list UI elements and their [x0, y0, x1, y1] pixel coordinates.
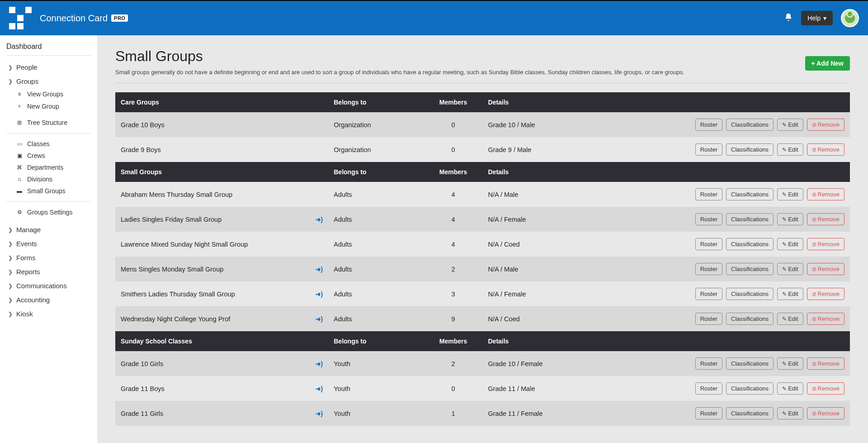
classifications-button[interactable]: Classifications: [726, 143, 774, 156]
nav-tree-structure[interactable]: ⊞Tree Structure: [6, 117, 91, 129]
classifications-button[interactable]: Classifications: [726, 407, 774, 419]
dashboard-link[interactable]: Dashboard: [6, 43, 91, 51]
edit-button[interactable]: ✎Edit: [777, 263, 803, 275]
edit-button[interactable]: ✎Edit: [777, 382, 803, 395]
nav-accounting[interactable]: ❯Accounting: [6, 293, 91, 307]
page-subtitle: Small groups generally do not have a def…: [115, 69, 684, 76]
classifications-button[interactable]: Classifications: [726, 188, 774, 200]
remove-button[interactable]: ⊘Remove: [807, 143, 844, 156]
roster-button[interactable]: Roster: [695, 313, 722, 325]
login-icon[interactable]: ➜): [316, 385, 323, 392]
row-name[interactable]: Grade 11 Boys: [115, 376, 307, 401]
roster-button[interactable]: Roster: [695, 238, 722, 250]
nav-events[interactable]: ❯Events: [6, 237, 91, 251]
roster-button[interactable]: Roster: [695, 288, 722, 300]
edit-icon: ✎: [782, 361, 787, 367]
remove-button[interactable]: ⊘Remove: [807, 213, 844, 225]
help-button[interactable]: Help ▾: [801, 11, 833, 25]
row-name[interactable]: Ladies Singles Friday Small Group: [115, 207, 307, 232]
remove-button[interactable]: ⊘Remove: [807, 188, 844, 200]
edit-button[interactable]: ✎Edit: [777, 357, 803, 370]
remove-button[interactable]: ⊘Remove: [807, 407, 844, 419]
row-name[interactable]: Grade 9 Boys: [115, 137, 307, 162]
edit-button[interactable]: ✎Edit: [777, 288, 803, 300]
edit-button[interactable]: ✎Edit: [777, 143, 803, 156]
edit-icon: ✎: [782, 241, 787, 248]
roster-button[interactable]: Roster: [695, 143, 722, 156]
nav-forms[interactable]: ❯Forms: [6, 251, 91, 265]
remove-button[interactable]: ⊘Remove: [807, 263, 844, 275]
login-icon[interactable]: ➜): [316, 360, 323, 367]
nav-classes[interactable]: ▭Classes: [6, 138, 91, 150]
roster-button[interactable]: Roster: [695, 213, 722, 225]
nav-communications[interactable]: ❯Communications: [6, 279, 91, 293]
classifications-button[interactable]: Classifications: [726, 382, 774, 395]
edit-button[interactable]: ✎Edit: [777, 238, 803, 250]
row-name[interactable]: Smithers Ladies Thursday Small Group: [115, 281, 307, 306]
remove-button[interactable]: ⊘Remove: [807, 357, 844, 370]
row-details: N/A / Coed: [483, 232, 608, 257]
nav-groups-settings[interactable]: ⚙Groups Settings: [6, 206, 91, 218]
edit-button[interactable]: ✎Edit: [777, 188, 803, 200]
login-icon[interactable]: ➜): [316, 291, 323, 298]
section-header: Care Groups: [115, 92, 328, 112]
tree-icon: ⊞: [16, 119, 23, 126]
edit-button[interactable]: ✎Edit: [777, 119, 803, 131]
classifications-button[interactable]: Classifications: [726, 357, 774, 370]
column-details: Details: [483, 162, 608, 182]
row-name[interactable]: Wednesday Night College Young Prof: [115, 306, 307, 331]
roster-button[interactable]: Roster: [695, 119, 722, 131]
remove-button[interactable]: ⊘Remove: [807, 238, 844, 250]
table-row: Grade 10 Boys Organization 0 Grade 10 / …: [115, 112, 850, 137]
nav-crews[interactable]: ▣Crews: [6, 150, 91, 162]
remove-icon: ⊘: [812, 216, 816, 223]
classifications-button[interactable]: Classifications: [726, 263, 774, 275]
login-icon[interactable]: ➜): [316, 410, 323, 417]
brand: Connection Card PRO: [40, 13, 128, 24]
row-actions: Roster Classifications ✎Edit ⊘Remove: [608, 232, 850, 257]
remove-button[interactable]: ⊘Remove: [807, 288, 844, 300]
roster-button[interactable]: Roster: [695, 382, 722, 395]
row-name[interactable]: Grade 10 Boys: [115, 112, 307, 137]
row-name[interactable]: Grade 10 Girls: [115, 351, 307, 376]
remove-button[interactable]: ⊘Remove: [807, 382, 844, 395]
classifications-button[interactable]: Classifications: [726, 213, 774, 225]
row-name[interactable]: Mens Singles Monday Small Group: [115, 257, 307, 281]
section-header: Sunday School Classes: [115, 331, 328, 351]
bell-icon[interactable]: [784, 13, 793, 24]
remove-button[interactable]: ⊘Remove: [807, 313, 844, 325]
nav-small-groups[interactable]: ▬Small Groups: [6, 185, 91, 197]
nav-kiosk[interactable]: ❯Kiosk: [6, 307, 91, 321]
nav-departments[interactable]: ⌘Departments: [6, 162, 91, 173]
nav-reports[interactable]: ❯Reports: [6, 265, 91, 279]
nav-divisions[interactable]: ⎌Divisions: [6, 173, 91, 185]
edit-button[interactable]: ✎Edit: [777, 313, 803, 325]
avatar[interactable]: [841, 9, 859, 27]
edit-button[interactable]: ✎Edit: [777, 213, 803, 225]
section-header: Small Groups: [115, 162, 328, 182]
classifications-button[interactable]: Classifications: [726, 119, 774, 131]
remove-icon: ⊘: [812, 122, 816, 128]
roster-button[interactable]: Roster: [695, 263, 722, 275]
nav-groups[interactable]: ❯Groups: [6, 74, 91, 88]
edit-button[interactable]: ✎Edit: [777, 407, 803, 419]
roster-button[interactable]: Roster: [695, 188, 722, 200]
remove-button[interactable]: ⊘Remove: [807, 119, 844, 131]
classifications-button[interactable]: Classifications: [726, 288, 774, 300]
nav-view-groups[interactable]: ≡View Groups: [6, 88, 91, 100]
row-name[interactable]: Lawrence Mixed Sunday Night Small Group: [115, 232, 307, 257]
login-icon[interactable]: ➜): [316, 266, 323, 273]
nav-new-group[interactable]: ＋New Group: [6, 100, 91, 112]
roster-button[interactable]: Roster: [695, 357, 722, 370]
login-icon[interactable]: ➜): [316, 216, 323, 223]
classifications-button[interactable]: Classifications: [726, 313, 774, 325]
roster-button[interactable]: Roster: [695, 407, 722, 419]
row-name[interactable]: Grade 11 Girls: [115, 401, 307, 426]
classifications-button[interactable]: Classifications: [726, 238, 774, 250]
add-new-button[interactable]: + Add New: [805, 56, 850, 71]
login-icon[interactable]: ➜): [316, 315, 323, 323]
nav-people[interactable]: ❯People: [6, 60, 91, 74]
login-cell: [307, 112, 329, 137]
row-name[interactable]: Abraham Mens Thursday Small Group: [115, 182, 307, 207]
nav-manage[interactable]: ❯Manage: [6, 223, 91, 237]
